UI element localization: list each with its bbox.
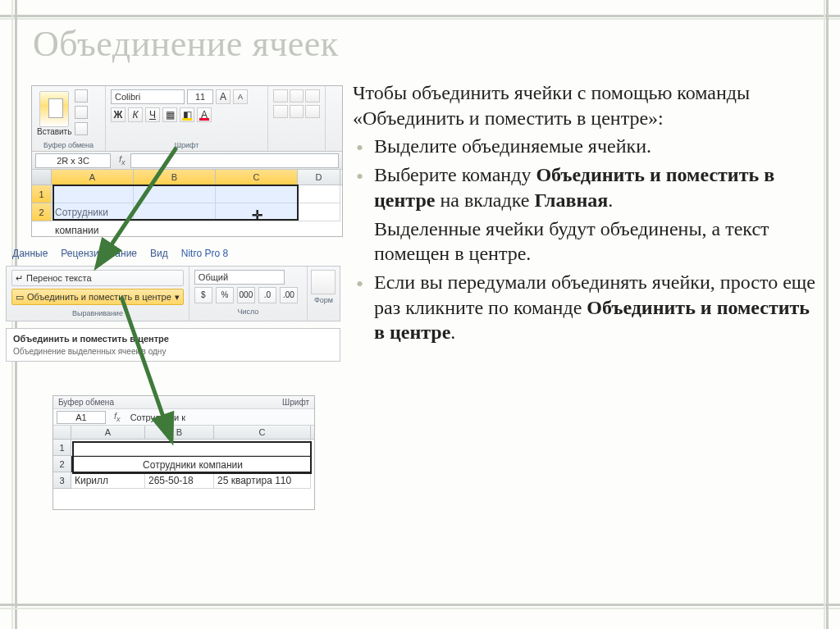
col-header-d[interactable]: D [298,170,340,185]
frame-line [0,608,840,609]
select-all-corner[interactable] [53,426,71,439]
name-box[interactable]: 2R x 3C [35,153,111,168]
align-middle-icon[interactable] [290,89,304,103]
row-header-3[interactable]: 3 [53,472,71,489]
paste-button[interactable] [39,91,69,127]
cell-b1[interactable] [134,185,216,203]
format-painter-icon[interactable] [75,122,88,135]
styles-label: Форм [311,294,336,304]
frame-line [826,0,829,629]
row-header-2[interactable]: 2 [53,456,71,472]
align-top-icon[interactable] [273,89,288,103]
bullet-1: Выделите объединяемые ячейки. [353,134,820,159]
cell-c1[interactable] [216,185,298,203]
paragraph-result: Выделенные ячейки будут объединены, а те… [353,217,820,267]
cell-d2[interactable] [298,203,340,221]
frame-line [0,604,840,606]
font-name-select[interactable]: Colibri [111,89,185,104]
merge-center-icon: ▭ [16,292,24,303]
formula-value[interactable]: Сотрудники к [126,412,314,422]
tab-nitro[interactable]: Nitro Pro 8 [181,248,228,259]
number-group-label: Число [194,306,302,316]
ribbon-alignment-number: ↵ Перенос текста ▭ Объединить и поместит… [6,266,340,321]
font-group: Colibri 11 A A Ж К Ч ▦ ◧ A Шрифт [106,86,268,151]
tab-data[interactable]: Данные [12,248,48,259]
font-label: Шрифт [282,398,309,407]
tab-review[interactable]: Рецензирование [61,248,137,259]
align-center-icon[interactable] [290,105,304,118]
wrap-text-label: Перенос текста [26,273,92,283]
clipboard-group: Вставить Буфер обмена [32,86,106,151]
row-header-2[interactable]: 2 [32,203,52,221]
align-right-icon[interactable] [305,105,320,118]
formula-bar[interactable] [130,153,339,168]
wrap-text-button[interactable]: ↵ Перенос текста [11,270,184,286]
italic-button[interactable]: К [128,107,143,122]
fx-icon[interactable]: fx [109,411,126,423]
align-bottom-icon[interactable] [305,89,320,103]
col-header-b[interactable]: B [134,170,216,185]
frame-line [824,0,825,629]
cell-a1[interactable] [52,185,134,203]
merge-tooltip: Объединить и поместить в центре Объедине… [6,328,340,362]
merged-cell[interactable]: Сотрудники компании [71,456,311,472]
cell-styles-icon[interactable] [311,270,336,294]
bold-button[interactable]: Ж [111,107,126,122]
border-button[interactable]: ▦ [162,107,177,122]
ribbon: Вставить Буфер обмена Colibri 11 A A [32,86,342,152]
cell-c3[interactable]: 25 квартира 110 [214,472,311,489]
cell-a1-merged-top[interactable] [71,440,311,456]
col-header-c[interactable]: C [216,170,298,185]
grow-font-icon[interactable]: A [216,89,231,104]
row-header-1[interactable]: 1 [32,185,52,203]
currency-button[interactable]: $ [194,287,212,303]
align-left-icon[interactable] [273,105,288,118]
bullet-2: Выберите команду Объединить и поместить … [353,162,820,212]
tooltip-title: Объединить и поместить в центре [13,334,169,344]
bullet-4-end: . [450,321,455,343]
shrink-font-icon[interactable]: A [233,89,248,104]
row-header-1[interactable]: 1 [53,440,71,456]
fill-color-button[interactable]: ◧ [180,107,194,122]
bullet-2-mid: на вкладке [435,189,534,211]
alignment-group: ↵ Перенос текста ▭ Объединить и поместит… [7,267,189,321]
font-size-select[interactable]: 11 [187,89,213,104]
cut-icon[interactable] [75,89,88,103]
clipboard-label: Буфер обмена [58,398,114,407]
clipboard-group-label: Буфер обмена [37,139,100,149]
percent-button[interactable]: % [216,287,234,303]
increase-decimal-button[interactable]: .0 [258,287,276,303]
copy-icon[interactable] [75,106,88,119]
screenshot-merge-button: Данные Рецензирование Вид Nitro Pro 8 ↵ … [6,246,349,384]
underline-button[interactable]: Ч [145,107,160,122]
col-header-a[interactable]: A [52,170,134,185]
col-header-c[interactable]: C [214,426,311,439]
font-group-label: Шрифт [111,139,262,149]
font-color-button[interactable]: A [197,107,212,122]
bullet-4: Если вы передумали объединять ячейки, пр… [353,270,820,345]
comma-style-button[interactable]: 000 [237,287,255,303]
styles-group-partial: Форм [307,267,340,321]
cell-d1[interactable] [298,185,340,203]
fx-icon[interactable]: fx [114,154,130,166]
merge-center-button[interactable]: ▭ Объединить и поместить в центре ▾ [11,289,184,305]
col-header-a[interactable]: A [71,426,145,439]
bullet-2-tab: Главная [534,189,608,211]
select-all-corner[interactable] [32,170,52,185]
cell-a2[interactable]: Сотрудники компании [52,203,134,221]
dropdown-arrow-icon[interactable]: ▾ [175,292,180,303]
worksheet: A B C D 1 2 Сотрудники компании [32,170,342,221]
merge-center-label: Объединить и поместить в центре [27,292,171,302]
slide-title: Объединение ячеек [33,23,339,65]
col-header-b[interactable]: B [145,426,214,439]
cell-b2[interactable] [134,203,216,221]
number-format-select[interactable]: Общий [194,270,285,285]
name-box[interactable]: A1 [57,411,106,424]
alignment-group-label: Выравнивание [11,308,184,317]
cell-a3[interactable]: Кирилл [71,472,145,489]
decrease-decimal-button[interactable]: .00 [280,287,298,303]
tooltip-subtitle: Объединение выделенных ячеек в одну [13,347,333,356]
ribbon-tabs: Данные Рецензирование Вид Nitro Pro 8 [6,246,349,261]
tab-view[interactable]: Вид [150,248,168,259]
cell-b3[interactable]: 265-50-18 [145,472,214,489]
